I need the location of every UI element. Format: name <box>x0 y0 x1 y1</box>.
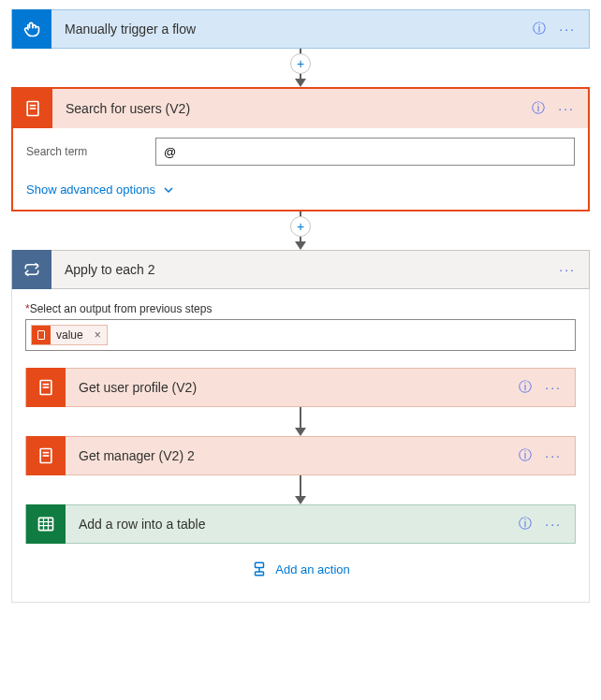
help-icon[interactable]: ⓘ <box>533 21 546 37</box>
apply-to-each-title: Apply to each 2 <box>51 262 546 277</box>
more-icon[interactable]: ··· <box>559 22 576 36</box>
loop-icon <box>12 250 51 289</box>
card-actions: ··· <box>546 262 589 277</box>
svg-rect-10 <box>39 518 53 530</box>
trigger-card[interactable]: Manually trigger a flow ⓘ ··· <box>11 9 590 49</box>
select-output-input[interactable]: value × <box>25 319 576 351</box>
connector: + <box>11 49 590 87</box>
card-actions: ⓘ ··· <box>519 100 588 117</box>
add-action-label: Add an action <box>275 562 350 576</box>
add-row-title: Add a row into a table <box>66 517 506 532</box>
connector <box>25 475 576 504</box>
search-term-label: Search term <box>26 145 148 158</box>
add-action-icon <box>251 561 268 577</box>
apply-to-each-body: *Select an output from previous steps va… <box>11 289 590 603</box>
svg-rect-6 <box>43 386 50 388</box>
add-step-button[interactable]: + <box>290 53 311 74</box>
trigger-title: Manually trigger a flow <box>51 22 520 36</box>
get-user-profile-card[interactable]: Get user profile (V2) ⓘ ··· <box>25 368 576 407</box>
show-advanced-link[interactable]: Show advanced options <box>13 171 588 210</box>
card-actions: ⓘ ··· <box>520 21 589 37</box>
svg-rect-3 <box>38 331 45 340</box>
chevron-down-icon <box>163 184 174 196</box>
help-icon[interactable]: ⓘ <box>532 100 545 117</box>
touch-icon <box>12 9 51 49</box>
office-icon <box>26 368 66 407</box>
office-icon <box>13 89 52 128</box>
more-icon[interactable]: ··· <box>558 101 575 116</box>
svg-rect-8 <box>43 452 50 454</box>
help-icon[interactable]: ⓘ <box>519 379 532 396</box>
get-manager-title: Get manager (V2) 2 <box>66 448 506 463</box>
get-manager-card[interactable]: Get manager (V2) 2 ⓘ ··· <box>25 436 576 475</box>
connector <box>25 407 576 436</box>
svg-rect-11 <box>256 562 264 567</box>
svg-rect-12 <box>256 572 264 576</box>
more-icon[interactable]: ··· <box>545 517 562 532</box>
show-advanced-label: Show advanced options <box>26 182 155 197</box>
help-icon[interactable]: ⓘ <box>519 516 532 532</box>
more-icon[interactable]: ··· <box>545 448 562 463</box>
connector: + <box>11 211 590 250</box>
excel-icon <box>26 504 66 544</box>
help-icon[interactable]: ⓘ <box>519 447 532 464</box>
add-step-button[interactable]: + <box>290 216 311 237</box>
card-actions: ⓘ ··· <box>506 379 575 396</box>
select-output-label: *Select an output from previous steps <box>25 302 576 315</box>
apply-to-each-container: Apply to each 2 ··· *Select an output fr… <box>11 250 590 603</box>
search-users-header[interactable]: Search for users (V2) ⓘ ··· <box>13 89 588 128</box>
add-action-button[interactable]: Add an action <box>25 544 576 583</box>
token-label: value <box>51 328 89 342</box>
svg-rect-9 <box>43 455 50 457</box>
more-icon[interactable]: ··· <box>559 262 576 277</box>
office-icon <box>32 326 51 344</box>
card-actions: ⓘ ··· <box>506 516 575 532</box>
card-actions: ⓘ ··· <box>506 447 575 464</box>
svg-rect-5 <box>43 384 50 386</box>
search-term-input[interactable] <box>155 138 575 166</box>
token-remove[interactable]: × <box>89 328 107 342</box>
svg-rect-1 <box>30 105 37 107</box>
search-users-title: Search for users (V2) <box>52 101 519 116</box>
more-icon[interactable]: ··· <box>545 380 562 395</box>
add-row-card[interactable]: Add a row into a table ⓘ ··· <box>25 504 576 544</box>
search-users-card: Search for users (V2) ⓘ ··· Search term … <box>11 87 590 211</box>
office-icon <box>26 436 66 475</box>
apply-to-each-header[interactable]: Apply to each 2 ··· <box>11 250 590 289</box>
value-token: value × <box>31 325 108 345</box>
svg-rect-2 <box>30 108 37 109</box>
get-user-profile-title: Get user profile (V2) <box>66 380 506 395</box>
